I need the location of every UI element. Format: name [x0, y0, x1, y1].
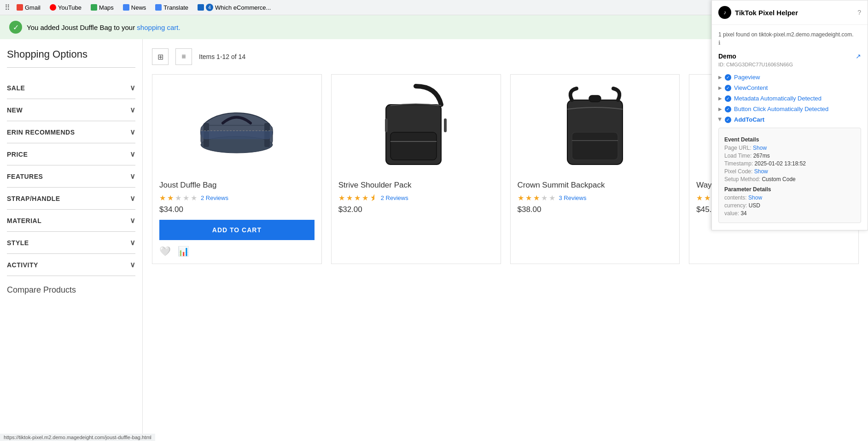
- expand-arrow-metadata[interactable]: ▶: [718, 96, 722, 101]
- filter-erin[interactable]: ERIN RECOMMENDS ∨: [7, 121, 135, 143]
- external-link-icon[interactable]: ↗: [856, 53, 861, 60]
- cart-link[interactable]: shopping cart.: [137, 24, 180, 31]
- tab-translate-label: Translate: [163, 4, 188, 11]
- chevron-down-icon: ∨: [130, 83, 136, 92]
- product-stars-strive: ★ ★ ★ ★ ⯨ 2 Reviews: [338, 194, 494, 202]
- tiktok-logo: ♪: [718, 6, 731, 19]
- event-row-viewcontent: ▶ ✓ ViewContent: [718, 82, 861, 93]
- reviews-link-joust[interactable]: 2 Reviews: [201, 194, 228, 201]
- product-price-strive: $32.00: [338, 205, 494, 214]
- expand-arrow-viewcontent[interactable]: ▶: [718, 85, 722, 90]
- contents-show-link[interactable]: Show: [748, 194, 762, 201]
- chevron-down-icon: ∨: [130, 150, 136, 159]
- event-name-viewcontent: ViewContent: [734, 84, 768, 91]
- help-icon[interactable]: ?: [857, 9, 861, 16]
- svg-rect-7: [390, 132, 437, 160]
- detail-pixel-code: Pixel Code: Show: [724, 168, 855, 175]
- pixel-found-text: 1 pixel found on tiktok-pixel.m2.demo.ma…: [718, 30, 861, 47]
- chevron-down-icon: ∨: [130, 260, 136, 269]
- event-check-button-click: ✓: [725, 106, 731, 112]
- filter-price[interactable]: PRICE ∨: [7, 143, 135, 165]
- reviews-link-strive[interactable]: 2 Reviews: [381, 194, 408, 201]
- detail-load-time: Load Time: 267ms: [724, 153, 855, 159]
- demo-section: Demo ↗ ID: CMGG3DRC77U1606SN66G: [718, 53, 861, 67]
- param-value: value: 34: [724, 210, 855, 217]
- panel-body: 1 pixel found on tiktok-pixel.m2.demo.ma…: [712, 25, 868, 230]
- product-stars-joust: ★ ★ ★ ★ ★ 2 Reviews: [159, 194, 315, 202]
- filter-sale[interactable]: SALE ∨: [7, 77, 135, 99]
- filter-style-label: STYLE: [7, 239, 29, 247]
- backpack-image: [556, 82, 634, 174]
- event-details-title: Event Details: [724, 136, 855, 143]
- pixel-code-show-link[interactable]: Show: [754, 168, 768, 175]
- product-image-strive: [338, 82, 494, 174]
- param-contents: contents: Show: [724, 194, 855, 201]
- apps-icon[interactable]: ⠿: [5, 3, 10, 12]
- demo-header: Demo ↗: [718, 53, 861, 60]
- filter-features[interactable]: FEATURES ∨: [7, 165, 135, 188]
- filter-new[interactable]: NEW ∨: [7, 99, 135, 121]
- detail-setup-method: Setup Method: Custom Code: [724, 176, 855, 182]
- event-name-metadata: Metadata Automatically Detected: [734, 95, 821, 102]
- tab-news[interactable]: News: [120, 3, 149, 12]
- tab-gmail-label: Gmail: [25, 4, 41, 11]
- add-to-cart-button-joust[interactable]: ADD TO CART: [159, 220, 315, 240]
- filter-price-label: PRICE: [7, 151, 28, 158]
- expand-arrow-addtocart[interactable]: ▶: [718, 118, 723, 122]
- tiktok-pixel-panel: ♪ TikTok Pixel Helper ? 1 pixel found on…: [711, 0, 868, 230]
- filter-material[interactable]: MATERIAL ∨: [7, 210, 135, 232]
- filter-material-label: MATERIAL: [7, 217, 41, 224]
- filter-activity[interactable]: ACTIVITY ∨: [7, 254, 135, 276]
- compare-products-label: Compare Products: [7, 285, 76, 294]
- chevron-down-icon: ∨: [130, 216, 136, 225]
- event-name-pageview: Pageview: [734, 74, 760, 81]
- parameter-details-title: Parameter Details: [724, 186, 855, 193]
- event-check-pageview: ✓: [725, 74, 731, 81]
- event-name-addtocart: AddToCart: [734, 116, 764, 123]
- tab-news-label: News: [131, 4, 146, 11]
- detail-page-url: Page URL: Show: [724, 145, 855, 151]
- filter-style[interactable]: STYLE ∨: [7, 232, 135, 254]
- event-row-addtocart: ▶ ✓ AddToCart: [718, 114, 861, 125]
- product-price-joust: $34.00: [159, 205, 315, 214]
- product-card-strive: Strive Shoulder Pack ★ ★ ★ ★ ⯨ 2 Reviews…: [331, 74, 501, 264]
- filter-activity-label: ACTIVITY: [7, 261, 38, 269]
- wishlist-icon[interactable]: 🤍: [159, 246, 171, 257]
- expand-arrow-button-click[interactable]: ▶: [718, 106, 722, 112]
- product-name-strive: Strive Shoulder Pack: [338, 181, 494, 190]
- expand-arrow-pageview[interactable]: ▶: [718, 75, 722, 80]
- event-row-metadata: ▶ ✓ Metadata Automatically Detected: [718, 93, 861, 104]
- detail-timestamp: Timestamp: 2025-01-02 13:18:52: [724, 160, 855, 167]
- list-view-button[interactable]: ≡: [175, 48, 192, 65]
- filter-strap-label: STRAP/HANDLE: [7, 195, 60, 202]
- panel-header: ♪ TikTok Pixel Helper ?: [712, 0, 868, 25]
- grid-view-button[interactable]: ⊞: [152, 48, 169, 65]
- page-url-show-link[interactable]: Show: [753, 145, 767, 151]
- tab-which[interactable]: 4 Which eCommerce...: [195, 3, 274, 12]
- success-icon: ✓: [9, 21, 22, 34]
- shoulder-pack-image: [377, 82, 455, 174]
- chevron-down-icon: ∨: [130, 106, 136, 114]
- filter-features-label: FEATURES: [7, 173, 43, 180]
- chevron-down-icon: ∨: [130, 194, 136, 203]
- compare-icon[interactable]: 📊: [178, 246, 189, 257]
- svg-rect-12: [589, 95, 601, 102]
- tab-translate[interactable]: Translate: [152, 3, 191, 12]
- chevron-down-icon: ∨: [130, 238, 136, 247]
- compare-products-section: Compare Products: [7, 276, 135, 295]
- demo-id: ID: CMGG3DRC77U1606SN66G: [718, 62, 861, 67]
- tab-youtube[interactable]: YouTube: [47, 3, 84, 12]
- notification-text: You added Joust Duffle Bag to your shopp…: [27, 24, 181, 31]
- svg-rect-10: [444, 118, 447, 132]
- event-check-addtocart: ✓: [725, 117, 731, 123]
- tab-gmail[interactable]: Gmail: [14, 3, 43, 12]
- filter-strap[interactable]: STRAP/HANDLE ∨: [7, 188, 135, 210]
- tab-maps[interactable]: Maps: [88, 3, 117, 12]
- tab-which-label: Which eCommerce...: [215, 4, 271, 11]
- chevron-down-icon: ∨: [130, 172, 136, 181]
- product-image-joust: [159, 82, 315, 174]
- product-card-joust: Joust Duffle Bag ★ ★ ★ ★ ★ 2 Reviews $34…: [152, 74, 322, 264]
- duffle-bag-image: [191, 98, 283, 158]
- event-row-button-click: ▶ ✓ Button Click Automatically Detected: [718, 104, 861, 114]
- reviews-link-crown[interactable]: 3 Reviews: [559, 194, 587, 201]
